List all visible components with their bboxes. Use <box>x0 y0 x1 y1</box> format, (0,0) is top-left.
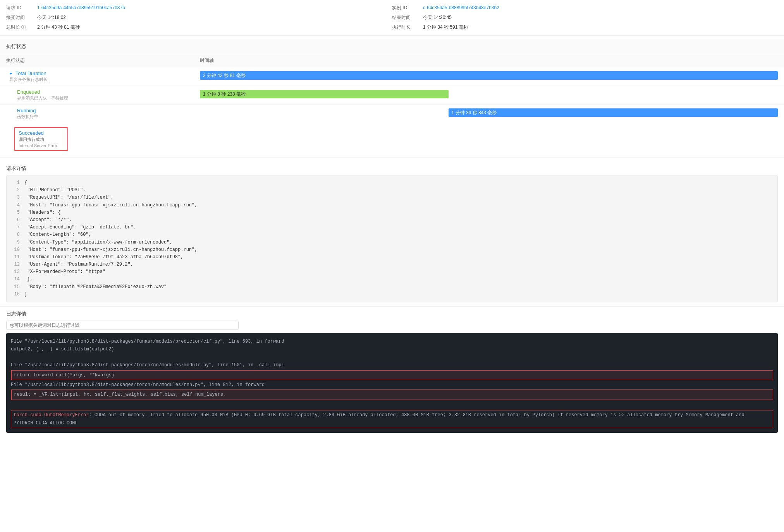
instance-id-row: 实例 ID c-64c35da5-b88899bf743b48e7b3b2 <box>392 3 778 13</box>
right-info-col: 实例 ID c-64c35da5-b88899bf743b48e7b3b2 结束… <box>392 3 778 32</box>
exec-status-table-wrapper: 执行状态 时间轴 Total Duration 异步任务执行总时长 <box>0 54 784 161</box>
succeeded-title: Succeeded <box>19 130 64 136</box>
total-duration-timeline-cell: 2 分钟 43 秒 81 毫秒 <box>194 67 784 86</box>
exec-duration-value: 1 分钟 34 秒 591 毫秒 <box>423 24 468 31</box>
enqueued-item-label: Enqueued <box>17 89 40 95</box>
left-info-col: 请求 ID 1-64c35d9a-44b5a7d8955191b0ca57087… <box>6 3 392 32</box>
exec-table-head: 执行状态 时间轴 <box>0 54 784 67</box>
log-detail-section: 日志详情 File "/usr/local/lib/python3.8/dist… <box>0 307 784 437</box>
enqueued-bar-text: 1 分钟 8 秒 238 毫秒 <box>203 91 246 98</box>
total-duration-sub: 异步任务执行总时长 <box>9 77 187 82</box>
running-timeline-cell: 1 分钟 34 秒 843 毫秒 <box>194 105 784 123</box>
total-duration-value: 2 分钟 43 秒 81 毫秒 <box>37 24 80 31</box>
total-duration-item[interactable]: Total Duration 异步任务执行总时长 <box>6 69 187 84</box>
top-info-grid: 请求 ID 1-64c35d9a-44b5a7d8955191b0ca57087… <box>6 3 778 32</box>
col-exec-status: 执行状态 <box>0 54 194 67</box>
total-duration-status-cell: Total Duration 异步任务执行总时长 <box>0 67 194 86</box>
total-duration-row: 总时长 ⓘ 2 分钟 43 秒 81 毫秒 <box>6 22 392 32</box>
total-duration-bar-text: 2 分钟 43 秒 81 毫秒 <box>203 72 246 79</box>
running-timeline-row: 1 分钟 34 秒 843 毫秒 <box>200 106 778 119</box>
request-detail-section: 请求详情 1{2 "HTTPMethod": "POST",3 "Request… <box>0 161 784 306</box>
request-id-value[interactable]: 1-64c35d9a-44b5a7d8955191b0ca57087b <box>37 5 125 10</box>
succeeded-timeline-cell <box>194 123 784 158</box>
total-duration-bar: 2 分钟 43 秒 81 毫秒 <box>200 71 778 80</box>
exec-status-title: 执行状态 <box>6 43 26 49</box>
receive-time-label: 接受时间 <box>6 14 37 21</box>
page-container: 请求 ID 1-64c35d9a-44b5a7d8955191b0ca57087… <box>0 0 784 437</box>
log-terminal: File "/usr/local/lib/python3.8/dist-pack… <box>6 333 778 433</box>
log-detail-title: 日志详情 <box>6 311 778 317</box>
divider1 <box>0 35 784 36</box>
total-duration-item-label: Total Duration <box>15 70 46 76</box>
request-detail-title: 请求详情 <box>6 165 778 172</box>
enqueued-timeline-cell: 1 分钟 8 秒 238 毫秒 <box>194 86 784 105</box>
instance-id-label: 实例 ID <box>392 5 423 11</box>
log-filter-input[interactable] <box>6 321 239 330</box>
enqueued-sub: 异步消息已入队，等待处理 <box>17 95 187 101</box>
server-error-text: Internal Server Error <box>19 143 64 148</box>
col-timeline: 时间轴 <box>194 54 784 67</box>
enqueued-bar: 1 分钟 8 秒 238 毫秒 <box>200 90 449 98</box>
total-duration-label: 总时长 ⓘ <box>6 24 37 31</box>
running-status-cell: Running 函数执行中 <box>0 105 194 123</box>
exec-status-table: 执行状态 时间轴 Total Duration 异步任务执行总时长 <box>0 54 784 158</box>
exec-duration-row: 执行时长 1 分钟 34 秒 591 毫秒 <box>392 22 778 32</box>
end-time-value: 今天 14:20:45 <box>423 14 452 21</box>
exec-status-section-header: 执行状态 <box>0 39 784 54</box>
end-time-label: 结束时间 <box>392 14 423 21</box>
request-id-row: 请求 ID 1-64c35d9a-44b5a7d8955191b0ca57087… <box>6 3 392 13</box>
succeeded-box: Succeeded 调用执行成功 Internal Server Error <box>14 127 68 151</box>
enqueued-timeline-row: 1 分钟 8 秒 238 毫秒 <box>200 88 778 101</box>
succeeded-sub: 调用执行成功 <box>19 137 64 142</box>
table-row: Succeeded 调用执行成功 Internal Server Error <box>0 123 784 158</box>
succeeded-status-cell: Succeeded 调用执行成功 Internal Server Error <box>0 123 194 158</box>
exec-table-header-row: 执行状态 时间轴 <box>0 54 784 67</box>
total-duration-triangle <box>9 73 12 75</box>
total-duration-timeline-row: 2 分钟 43 秒 81 毫秒 <box>200 69 778 82</box>
table-row: Running 函数执行中 1 分钟 34 秒 843 毫秒 <box>0 105 784 123</box>
receive-time-value: 今天 14:18:02 <box>37 14 66 21</box>
top-info-section: 请求 ID 1-64c35d9a-44b5a7d8955191b0ca57087… <box>0 0 784 35</box>
running-bar: 1 分钟 34 秒 843 毫秒 <box>449 108 778 117</box>
table-row: Total Duration 异步任务执行总时长 2 分钟 43 秒 81 毫秒 <box>0 67 784 86</box>
instance-id-value[interactable]: c-64c35da5-b88899bf743b48e7b3b2 <box>423 5 499 10</box>
enqueued-status-cell: Enqueued 异步消息已入队，等待处理 <box>0 86 194 105</box>
request-code-block: 1{2 "HTTPMethod": "POST",3 "RequestURI":… <box>6 175 778 302</box>
running-sub: 函数执行中 <box>17 114 187 120</box>
table-row: Enqueued 异步消息已入队，等待处理 1 分钟 8 秒 238 毫秒 <box>0 86 784 105</box>
exec-duration-label: 执行时长 <box>392 24 423 31</box>
receive-time-row: 接受时间 今天 14:18:02 <box>6 13 392 22</box>
running-bar-text: 1 分钟 34 秒 843 毫秒 <box>452 110 497 116</box>
enqueued-item: Enqueued 异步消息已入队，等待处理 <box>6 88 187 103</box>
exec-table-body: Total Duration 异步任务执行总时长 2 分钟 43 秒 81 毫秒 <box>0 67 784 158</box>
request-id-label: 请求 ID <box>6 5 37 11</box>
running-item: Running 函数执行中 <box>6 106 187 121</box>
running-item-label: Running <box>17 108 36 113</box>
end-time-row: 结束时间 今天 14:20:45 <box>392 13 778 22</box>
